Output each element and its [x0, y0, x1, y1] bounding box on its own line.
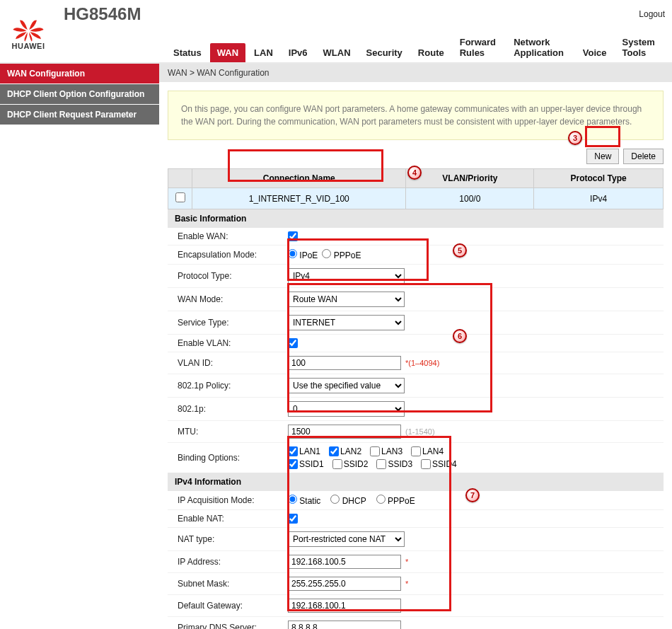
lbl-wan-mode: WAN Mode:	[168, 294, 288, 304]
lbl-nat-type: NAT type:	[168, 534, 288, 544]
lbl-dns1: Primary DNS Server:	[168, 623, 288, 629]
nav-wlan[interactable]: WLAN	[316, 43, 358, 62]
main-nav: StatusWANLANIPv6WLANSecurityRouteForward…	[64, 24, 665, 62]
lbl-service-type: Service Type:	[168, 318, 288, 328]
lbl-ip-acq: IP Acquisition Mode:	[168, 495, 288, 505]
logout-link[interactable]: Logout	[639, 9, 665, 19]
col-select	[168, 169, 192, 188]
annotation-box-7	[287, 436, 451, 611]
dns1-input[interactable]	[288, 621, 401, 629]
nav-status[interactable]: Status	[166, 43, 209, 62]
section-basic: Basic Information	[168, 209, 664, 228]
sidebar: WAN ConfigurationDHCP Client Option Conf…	[0, 64, 159, 629]
delete-button[interactable]: Delete	[623, 149, 664, 164]
nav-route[interactable]: Route	[411, 43, 451, 62]
brand-logo: HUAWEI	[7, 16, 50, 50]
nav-ipv6[interactable]: IPv6	[282, 43, 315, 62]
lbl-gateway: Default Gateway:	[168, 601, 288, 611]
nav-voice[interactable]: Voice	[576, 43, 614, 62]
row-vlan: 100/0	[406, 188, 534, 209]
lbl-proto-type: Protocol Type:	[168, 271, 288, 281]
callout-6: 6	[453, 329, 467, 343]
nav-system-tools[interactable]: System Tools	[615, 33, 665, 62]
annotation-box-3	[585, 126, 620, 147]
col-proto: Protocol Type	[534, 169, 664, 188]
callout-7: 7	[465, 488, 480, 502]
model-title: HG8546M	[64, 4, 639, 24]
row-proto: IPv4	[534, 188, 664, 209]
callout-4: 4	[407, 166, 422, 180]
nav-network-application[interactable]: Network Application	[506, 33, 574, 62]
annotation-box-4	[228, 149, 383, 182]
nav-security[interactable]: Security	[359, 43, 410, 62]
col-vlan: VLAN/Priority	[406, 169, 534, 188]
lbl-mtu: MTU:	[168, 427, 288, 437]
table-row[interactable]: 1_INTERNET_R_VID_100 100/0 IPv4	[168, 188, 664, 209]
brand-text: HUAWEI	[12, 42, 45, 50]
lbl-vlan-id: VLAN ID:	[168, 358, 288, 368]
lbl-8021p: 802.1p:	[168, 404, 288, 414]
lbl-subnet: Subnet Mask:	[168, 579, 288, 589]
sidebar-item[interactable]: DHCP Client Request Parameter	[0, 105, 159, 125]
nav-forward-rules[interactable]: Forward Rules	[453, 33, 506, 62]
lbl-ip-addr: IP Address:	[168, 557, 288, 567]
lbl-binding: Binding Options:	[168, 453, 288, 463]
lbl-enable-nat: Enable NAT:	[168, 514, 288, 524]
new-button[interactable]: New	[586, 149, 619, 164]
row-select-checkbox[interactable]	[175, 192, 185, 202]
callout-5: 5	[453, 243, 467, 258]
huawei-icon	[7, 16, 50, 43]
nav-lan[interactable]: LAN	[247, 43, 280, 62]
nav-wan[interactable]: WAN	[210, 43, 245, 62]
annotation-box-5	[287, 238, 429, 281]
lbl-8021p-policy: 802.1p Policy:	[168, 381, 288, 391]
sidebar-item[interactable]: DHCP Client Option Configuration	[0, 84, 159, 105]
callout-3: 3	[568, 131, 582, 145]
sidebar-item[interactable]: WAN Configuration	[0, 64, 159, 84]
annotation-box-6	[287, 283, 492, 412]
lbl-enable-vlan: Enable VLAN:	[168, 338, 288, 348]
lbl-encap: Encapsulation Mode:	[168, 250, 288, 260]
breadcrumb: WAN > WAN Configuration	[159, 64, 672, 82]
lbl-enable-wan: Enable WAN:	[168, 231, 288, 241]
row-name: 1_INTERNET_R_VID_100	[192, 188, 406, 209]
